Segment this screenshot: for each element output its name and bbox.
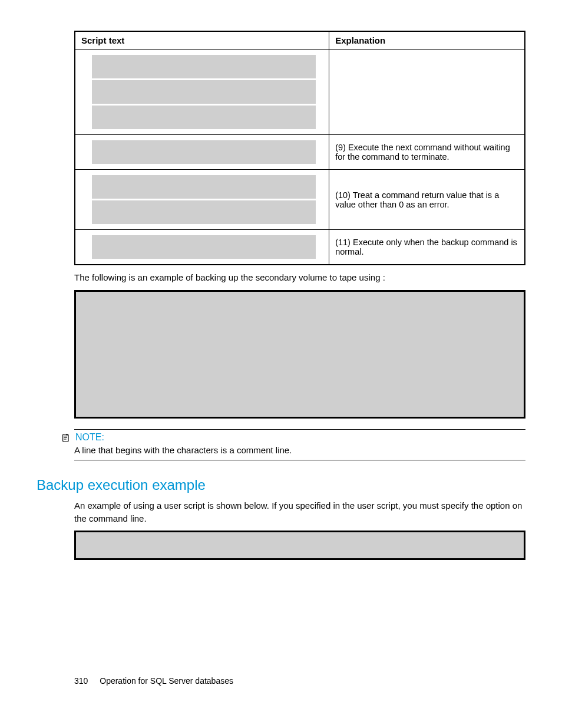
- heading-backup-execution: Backup execution example: [37, 477, 525, 493]
- script-explanation-table: Script text Explanation: [74, 31, 525, 265]
- cell-exp-0: [329, 50, 525, 135]
- paragraph-user-script: An example of using a user script is sho…: [74, 499, 525, 525]
- code-example-box-1: [74, 290, 525, 419]
- code-example-box-2: [74, 531, 525, 560]
- footer-title: Operation for SQL Server databases: [100, 676, 233, 686]
- divider-bottom: [74, 460, 525, 460]
- code-placeholder: [92, 106, 316, 129]
- cell-exp-1: (9) Execute the next command without wai…: [329, 135, 525, 170]
- code-placeholder: [92, 235, 316, 259]
- cell-script-1: [75, 135, 329, 170]
- code-placeholder: [92, 80, 316, 104]
- code-placeholder: [92, 200, 316, 224]
- divider-top: [74, 429, 525, 430]
- code-placeholder: [92, 55, 316, 78]
- cell-script-0: [75, 50, 329, 135]
- note-text: A line that begins with the characters i…: [74, 445, 525, 455]
- paragraph-tape-backup: The following is an example of backing u…: [74, 271, 525, 284]
- note-icon: [61, 433, 71, 443]
- page-number: 310: [74, 676, 88, 686]
- cell-exp-3: (11) Execute only when the backup comman…: [329, 230, 525, 265]
- code-placeholder: [92, 140, 316, 164]
- note-label: NOTE:: [75, 432, 104, 443]
- th-script: Script text: [75, 31, 329, 50]
- th-explanation: Explanation: [329, 31, 525, 50]
- cell-exp-2: (10) Treat a command return value that i…: [329, 170, 525, 230]
- code-placeholder: [92, 175, 316, 199]
- cell-script-2: [75, 170, 329, 230]
- cell-script-3: [75, 230, 329, 265]
- svg-rect-0: [63, 434, 68, 442]
- page-footer: 310 Operation for SQL Server databases: [74, 676, 233, 686]
